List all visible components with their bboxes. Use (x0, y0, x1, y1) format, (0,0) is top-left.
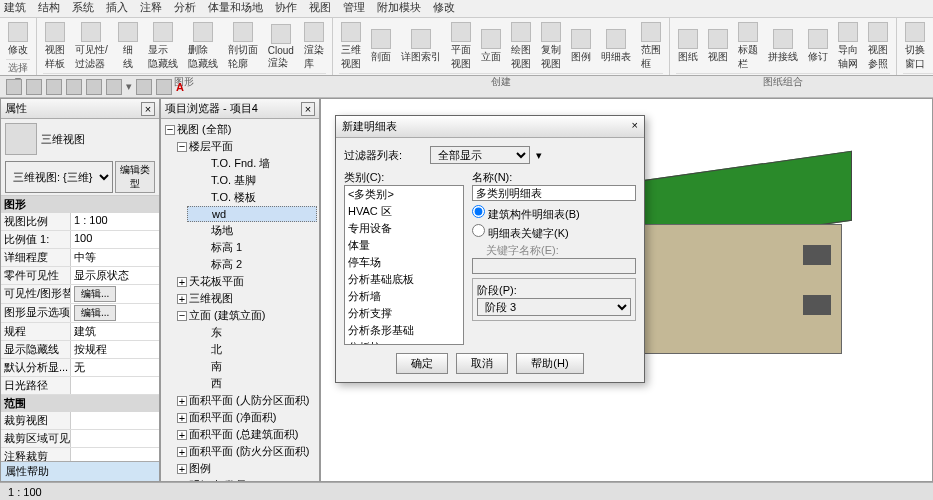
qat-icon[interactable] (6, 79, 22, 95)
ribbon-button[interactable]: 标题栏 (736, 20, 760, 73)
qat-icon[interactable] (156, 79, 172, 95)
ribbon-button[interactable]: 显示隐藏线 (146, 20, 180, 73)
ribbon-button[interactable]: 图例 (569, 27, 593, 66)
menu-item[interactable]: 结构 (38, 0, 60, 17)
edit-button[interactable]: 编辑... (74, 305, 116, 321)
props-row[interactable]: 图形显示选项编辑... (1, 304, 159, 323)
ok-button[interactable]: 确定 (396, 353, 448, 374)
ribbon-button[interactable]: 图纸 (676, 27, 700, 66)
cancel-button[interactable]: 取消 (456, 353, 508, 374)
props-row[interactable]: 零件可见性显示原状态 (1, 267, 159, 285)
close-icon[interactable]: × (141, 102, 155, 116)
qat-icon[interactable] (86, 79, 102, 95)
menu-item[interactable]: 体量和场地 (208, 0, 263, 17)
category-listbox[interactable]: <多类别>HVAC 区专用设备体量停车场分析基础底板分析墙分析支撑分析条形基础分… (344, 185, 464, 345)
instance-selector[interactable]: 三维视图: {三维} (5, 161, 113, 193)
name-field[interactable] (472, 185, 636, 201)
list-item[interactable]: 分析墙 (345, 288, 463, 305)
menu-item[interactable]: 管理 (343, 0, 365, 17)
ribbon-button[interactable]: 视图 (706, 27, 730, 66)
menu-item[interactable]: 分析 (174, 0, 196, 17)
ribbon-button[interactable]: 视图参照 (866, 20, 890, 73)
qat-icon[interactable] (106, 79, 122, 95)
edit-type-button[interactable]: 编辑类型 (115, 161, 155, 193)
props-row[interactable]: 默认分析显...无 (1, 359, 159, 377)
tree-leaf[interactable]: 东 (187, 324, 317, 341)
ribbon-button[interactable]: 导向轴网 (836, 20, 860, 73)
tree-leaf[interactable]: T.O. Fnd. 墙 (187, 155, 317, 172)
props-row[interactable]: 可见性/图形替换编辑... (1, 285, 159, 304)
ribbon-button[interactable]: 范围框 (639, 20, 663, 73)
ribbon-button[interactable]: 可见性/过滤器 (73, 20, 110, 73)
props-row[interactable]: 显示隐藏线按规程 (1, 341, 159, 359)
props-help-button[interactable]: 属性帮助 (5, 465, 49, 477)
list-item[interactable]: 分析柱 (345, 339, 463, 345)
ribbon-button[interactable]: 剖面 (369, 27, 393, 66)
tree-node[interactable]: 面积平面 (人防分区面积) (175, 392, 317, 409)
list-item[interactable]: HVAC 区 (345, 203, 463, 220)
tree-node[interactable]: 图例 (175, 460, 317, 477)
tree-node[interactable]: 明细表/数量 (175, 477, 317, 481)
tree-node[interactable]: 面积平面 (净面积) (175, 409, 317, 426)
tree-leaf[interactable]: 标高 1 (187, 239, 317, 256)
ribbon-button[interactable]: 明细表 (599, 27, 633, 66)
tree-leaf[interactable]: 西 (187, 375, 317, 392)
phase-select[interactable]: 阶段 3 (477, 298, 631, 316)
menu-item[interactable]: 插入 (106, 0, 128, 17)
tree-leaf[interactable]: 标高 2 (187, 256, 317, 273)
ribbon-button[interactable]: 删除隐藏线 (186, 20, 220, 73)
props-row[interactable]: 规程建筑 (1, 323, 159, 341)
menu-item[interactable]: 系统 (72, 0, 94, 17)
menu-item[interactable]: 修改 (433, 0, 455, 17)
dropdown-icon[interactable]: ▾ (536, 149, 542, 162)
menu-item[interactable]: 建筑 (4, 0, 26, 17)
ribbon-button[interactable]: 切换窗口 (903, 20, 927, 73)
ribbon-button[interactable]: 详图索引 (399, 27, 443, 66)
ribbon-button[interactable]: 平面视图 (449, 20, 473, 73)
ribbon-button[interactable]: 渲染库 (302, 20, 326, 73)
edit-button[interactable]: 编辑... (74, 286, 116, 302)
ribbon-button[interactable]: 细线 (116, 20, 140, 73)
qat-icon[interactable] (66, 79, 82, 95)
list-item[interactable]: 停车场 (345, 254, 463, 271)
tree-leaf[interactable]: 南 (187, 358, 317, 375)
tree-leaf[interactable]: T.O. 基脚 (187, 172, 317, 189)
props-row[interactable]: 裁剪区域可见 (1, 430, 159, 448)
menu-item[interactable]: 视图 (309, 0, 331, 17)
ribbon-button[interactable]: 复制视图 (539, 20, 563, 73)
props-row[interactable]: 注释裁剪 (1, 448, 159, 461)
ribbon-button[interactable]: 剖切面轮廓 (226, 20, 260, 73)
tree-leaf[interactable]: 北 (187, 341, 317, 358)
filter-select[interactable]: 全部显示 (430, 146, 530, 164)
props-row[interactable]: 裁剪视图 (1, 412, 159, 430)
props-row[interactable]: 视图比例1 : 100 (1, 213, 159, 231)
ribbon-button[interactable]: 修改 (6, 20, 30, 59)
tree-leaf[interactable]: 场地 (187, 222, 317, 239)
list-item[interactable]: 专用设备 (345, 220, 463, 237)
qat-icon[interactable] (46, 79, 62, 95)
list-item[interactable]: 分析支撑 (345, 305, 463, 322)
list-item[interactable]: 体量 (345, 237, 463, 254)
tree-leaf[interactable]: T.O. 楼板 (187, 189, 317, 206)
ribbon-button[interactable]: 修订 (806, 27, 830, 66)
props-row[interactable]: 日光路径 (1, 377, 159, 395)
list-item[interactable]: 分析基础底板 (345, 271, 463, 288)
list-item[interactable]: 分析条形基础 (345, 322, 463, 339)
menu-item[interactable]: 附加模块 (377, 0, 421, 17)
radio-component[interactable]: 建筑构件明细表(B) (472, 205, 636, 222)
tree-node[interactable]: 立面 (建筑立面) (175, 307, 317, 324)
ribbon-button[interactable]: 拼接线 (766, 27, 800, 66)
tree-leaf[interactable]: wd (187, 206, 317, 222)
ribbon-button[interactable]: 视图样板 (43, 20, 67, 73)
tree-node[interactable]: 天花板平面 (175, 273, 317, 290)
menu-item[interactable]: 注释 (140, 0, 162, 17)
ribbon-button[interactable]: 三维视图 (339, 20, 363, 73)
ribbon-button[interactable]: 绘图视图 (509, 20, 533, 73)
tree-node[interactable]: 三维视图 (175, 290, 317, 307)
list-item[interactable]: <多类别> (345, 186, 463, 203)
status-scale[interactable]: 1 : 100 (8, 486, 42, 498)
ribbon-button[interactable]: Cloud渲染 (266, 22, 296, 72)
close-icon[interactable]: × (301, 102, 315, 116)
props-row[interactable]: 比例值 1:100 (1, 231, 159, 249)
ribbon-button[interactable]: 立面 (479, 27, 503, 66)
